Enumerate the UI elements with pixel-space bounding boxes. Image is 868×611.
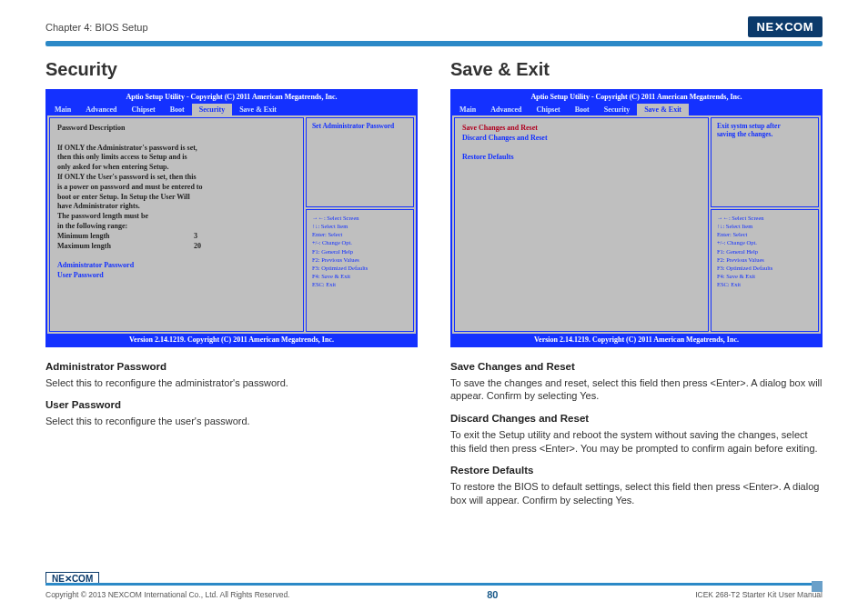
pw-line: in the following range: — [57, 222, 296, 232]
hint-line: saving the changes. — [717, 130, 812, 138]
heading-security: Security — [45, 59, 418, 80]
bios-left-pane: Password Description If ONLY the Adminis… — [49, 117, 304, 332]
help-line: →←: Select Screen — [312, 214, 408, 222]
discard-changes-reset-item[interactable]: Discard Changes and Reset — [462, 134, 701, 144]
page-footer: Copyright © 2013 NEXCOM International Co… — [45, 583, 823, 600]
col-security: Security Aptio Setup Utility - Copyright… — [45, 59, 418, 507]
chapter-title: Chapter 4: BIOS Setup — [45, 22, 148, 33]
heading-saveexit: Save & Exit — [450, 59, 823, 80]
tab-advanced[interactable]: Advanced — [78, 104, 124, 115]
max-length-row: Maximum length 20 — [57, 242, 296, 252]
desc-h-user: User Password — [45, 398, 418, 413]
help-line: ↑↓: Select Item — [717, 222, 812, 230]
help-line: F3: Optimized Defaults — [717, 264, 812, 272]
help-line: ESC: Exit — [312, 280, 408, 288]
desc-p-restore: To restore the BIOS to default settings,… — [450, 480, 823, 507]
bios-title: Aptio Setup Utility - Copyright (C) 2011… — [47, 91, 416, 103]
max-length-value: 20 — [194, 242, 201, 252]
tab-chipset[interactable]: Chipset — [529, 104, 567, 115]
desc-h-admin: Administrator Password — [45, 360, 418, 375]
help-line: +/-: Change Opt. — [312, 238, 408, 246]
page-header: Chapter 4: BIOS Setup NE✕COM — [45, 16, 823, 37]
pw-line: have Administrator rights. — [57, 202, 296, 212]
pw-line: only asked for when entering Setup. — [57, 163, 296, 173]
help-line: F1: General Help — [717, 247, 812, 255]
tab-saveexit[interactable]: Save & Exit — [232, 104, 284, 115]
desc-h-restore: Restore Defaults — [450, 464, 823, 478]
admin-password-item[interactable]: Administrator Password — [57, 261, 296, 271]
desc-saveexit: Save Changes and Reset To save the chang… — [450, 360, 823, 507]
min-length-label: Minimum length — [57, 232, 194, 242]
tab-boot[interactable]: Boot — [163, 104, 192, 115]
page-number: 80 — [487, 589, 498, 600]
bios-help-hint: Set Administrator Password — [306, 117, 414, 207]
col-saveexit: Save & Exit Aptio Setup Utility - Copyri… — [450, 59, 823, 507]
desc-p-save: To save the changes and reset, select th… — [450, 376, 823, 404]
footer-copyright: Copyright © 2013 NEXCOM International Co… — [45, 590, 289, 599]
desc-p-discard: To exit the Setup utility and reboot the… — [450, 428, 823, 456]
tab-boot[interactable]: Boot — [568, 104, 597, 115]
min-length-value: 3 — [194, 232, 197, 242]
brand-logo: NE✕COM — [748, 16, 823, 37]
help-line: F1: General Help — [312, 247, 408, 255]
bios-version: Version 2.14.1219. Copyright (C) 2011 Am… — [47, 334, 416, 346]
user-password-item[interactable]: User Password — [57, 271, 296, 281]
help-line: F4: Save & Exit — [312, 272, 408, 280]
pw-line: If ONLY the Administrator's password is … — [57, 144, 296, 154]
desc-p-user: Select this to reconfigure the user's pa… — [45, 415, 418, 428]
tab-saveexit[interactable]: Save & Exit — [637, 104, 689, 115]
help-line: F4: Save & Exit — [717, 272, 812, 280]
bios-screenshot-security: Aptio Setup Utility - Copyright (C) 2011… — [45, 89, 418, 347]
tab-chipset[interactable]: Chipset — [124, 104, 162, 115]
help-line: ↑↓: Select Item — [312, 222, 408, 230]
help-line: Enter: Select — [312, 230, 408, 238]
help-line: +/-: Change Opt. — [717, 238, 812, 246]
bios-tabs: Main Advanced Chipset Boot Security Save… — [452, 103, 821, 115]
max-length-label: Maximum length — [57, 242, 194, 252]
bios-tabs: Main Advanced Chipset Boot Security Save… — [47, 103, 416, 115]
bios-left-pane: Save Changes and Reset Discard Changes a… — [454, 117, 709, 332]
tab-security[interactable]: Security — [192, 104, 232, 115]
tab-advanced[interactable]: Advanced — [483, 104, 529, 115]
help-line: F3: Optimized Defaults — [312, 264, 408, 272]
desc-p-admin: Select this to reconfigure the administr… — [45, 376, 418, 390]
bios-screenshot-saveexit: Aptio Setup Utility - Copyright (C) 2011… — [450, 89, 823, 347]
bios-title: Aptio Setup Utility - Copyright (C) 2011… — [452, 91, 821, 103]
tab-main[interactable]: Main — [47, 104, 78, 115]
header-rule — [45, 41, 823, 46]
pw-line: If ONLY the User's password is set, then… — [57, 173, 296, 183]
desc-h-save: Save Changes and Reset — [450, 360, 823, 375]
desc-security: Administrator Password Select this to re… — [45, 360, 418, 428]
bios-key-help: →←: Select Screen ↑↓: Select Item Enter:… — [711, 209, 819, 332]
hint-line: Exit systm setup after — [717, 122, 812, 130]
restore-defaults-item[interactable]: Restore Defaults — [462, 153, 701, 163]
pw-line: The password length must be — [57, 212, 296, 222]
tab-security[interactable]: Security — [597, 104, 637, 115]
help-line: →←: Select Screen — [717, 214, 812, 222]
bios-key-help: →←: Select Screen ↑↓: Select Item Enter:… — [306, 209, 414, 332]
bios-help-hint: Exit systm setup after saving the change… — [711, 117, 819, 207]
min-length-row: Minimum length 3 — [57, 232, 296, 242]
footer-rule — [45, 583, 823, 586]
save-changes-reset-item[interactable]: Save Changes and Reset — [462, 124, 701, 134]
pw-line: then this only limits access to Setup an… — [57, 153, 296, 163]
help-line: ESC: Exit — [717, 280, 812, 288]
pw-line: is a power on password and must be enter… — [57, 183, 296, 193]
desc-h-discard: Discard Changes and Reset — [450, 412, 823, 426]
help-line: F2: Previous Values — [312, 255, 408, 264]
pw-desc-heading: Password Description — [57, 124, 296, 134]
tab-main[interactable]: Main — [452, 104, 483, 115]
footer-manual: ICEK 268-T2 Starter Kit User Manual — [695, 590, 823, 599]
help-line: F2: Previous Values — [717, 255, 812, 264]
help-line: Enter: Select — [717, 230, 812, 238]
bios-version: Version 2.14.1219. Copyright (C) 2011 Am… — [452, 334, 821, 346]
pw-line: boot or enter Setup. In Setup the User W… — [57, 193, 296, 203]
